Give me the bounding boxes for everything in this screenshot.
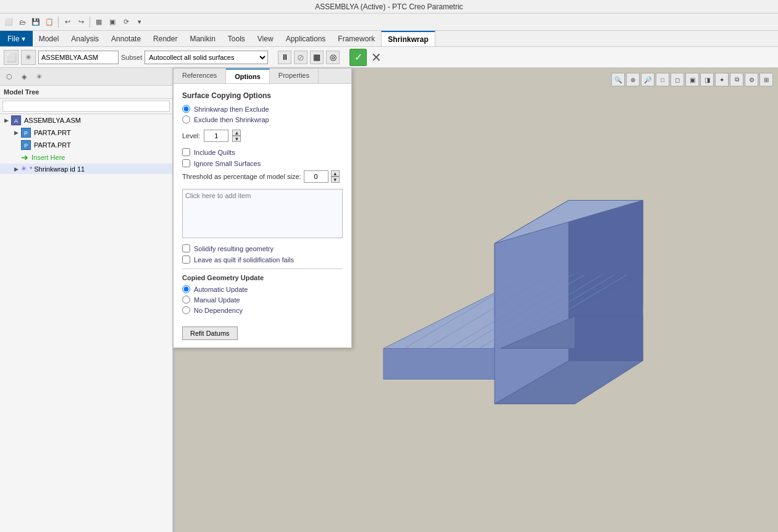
save-icon[interactable]: 💾: [30, 16, 42, 28]
zoom-out-button[interactable]: 🔎: [641, 73, 655, 86]
ok-button[interactable]: ✓: [349, 49, 367, 66]
level-down[interactable]: ▼: [232, 136, 241, 142]
ignore-small-surfaces-row[interactable]: Ignore Small Surfaces: [182, 159, 343, 167]
level-input[interactable]: [204, 130, 228, 142]
threshold-input[interactable]: [304, 170, 328, 183]
grid-view-button[interactable]: ▦: [310, 51, 324, 64]
solidify-row[interactable]: Solidify resulting geometry: [182, 244, 343, 252]
cancel-circle-button[interactable]: ⊘: [294, 51, 307, 64]
options-content: Surface Copying Options Shrinkwrap then …: [174, 84, 351, 347]
threshold-down[interactable]: ▼: [331, 177, 340, 183]
tree-tool-2[interactable]: ◈: [17, 70, 31, 83]
sec-icon2[interactable]: ✳: [21, 50, 36, 65]
separator2: [90, 17, 90, 28]
radio-auto-update[interactable]: Automatic Update: [182, 285, 343, 293]
view-wire-button[interactable]: ▣: [685, 73, 699, 86]
pause-button[interactable]: ⏸: [278, 51, 291, 64]
refresh-icon[interactable]: ⟳: [120, 16, 132, 28]
threshold-up[interactable]: ▲: [331, 170, 340, 177]
level-up[interactable]: ▲: [232, 130, 241, 136]
tree-tool-3[interactable]: ✳: [32, 70, 46, 83]
cgu-radio-group: Automatic Update Manual Update No Depend…: [182, 285, 343, 314]
radio-shrinkwrap-input[interactable]: [182, 105, 190, 113]
settings3-button[interactable]: ⚙: [745, 73, 758, 86]
grid2-icon[interactable]: ▣: [106, 16, 119, 28]
tree-item-assemblya[interactable]: ▶ A ASSEMBLYA.ASM: [0, 114, 172, 127]
left-panel: ⬡ ◈ ✳ Model Tree ▶ A ASSEMBLYA.ASM ▶ P P…: [0, 68, 173, 532]
refit-datums-button[interactable]: Refit Datums: [182, 326, 238, 340]
menu-shrinkwrap[interactable]: Shrinkwrap: [381, 31, 435, 46]
solidify-checkbox[interactable]: [182, 244, 190, 252]
include-quilts-row[interactable]: Include Quilts: [182, 148, 343, 156]
leave-as-quilt-checkbox[interactable]: [182, 256, 190, 264]
app-title: ASSEMBLYA (Active) - PTC Creo Parametric: [315, 2, 463, 11]
radio-auto-input[interactable]: [182, 285, 190, 293]
view-shaded-button[interactable]: ◻: [671, 73, 684, 86]
settings2-button[interactable]: ⧉: [730, 73, 743, 86]
tree-label-parta1: PARTA.PRT: [34, 129, 71, 136]
radio-no-dependency[interactable]: No Dependency: [182, 306, 343, 314]
circle-view-button[interactable]: ◎: [326, 51, 340, 64]
tree-item-shrinkwrap[interactable]: ▶ ✳ * Shrinkwrap id 11: [0, 164, 172, 174]
new-icon[interactable]: ⬜: [2, 16, 15, 28]
tree-search-input[interactable]: [2, 101, 170, 112]
tree-item-parta2[interactable]: ▶ P PARTA.PRT: [0, 139, 172, 151]
tab-references[interactable]: References: [174, 69, 226, 83]
radio-exclude-shrinkwrap[interactable]: Exclude then Shrinkwrap: [182, 115, 343, 123]
separator1: [58, 17, 59, 28]
viewport-toolbar: 🔍 ⊕ 🔎 □ ◻ ▣ ◨ ✦ ⧉ ⚙ ⊞: [611, 73, 773, 86]
expand-icon5: ▶: [12, 166, 20, 172]
zoom-in-button[interactable]: 🔍: [611, 73, 625, 86]
menu-model[interactable]: Model: [33, 31, 65, 46]
undo-icon[interactable]: ↩: [61, 16, 73, 28]
view-hidden-button[interactable]: ◨: [700, 73, 714, 86]
settings1-button[interactable]: ✦: [715, 73, 729, 86]
menu-manikin[interactable]: Manikin: [183, 31, 221, 46]
expand-icon2: ▶: [12, 130, 20, 136]
tree-item-parta1[interactable]: ▶ P PARTA.PRT: [0, 127, 172, 139]
settings4-button[interactable]: ⊞: [759, 73, 773, 86]
menu-bar: File ▾ Model Analysis Annotate Render Ma…: [0, 31, 778, 47]
model-tree-title: Model Tree: [0, 86, 172, 99]
radio-nodep-input[interactable]: [182, 306, 190, 314]
menu-view[interactable]: View: [251, 31, 280, 46]
radio-shrinkwrap-label: Shrinkwrap then Exclude: [194, 106, 269, 113]
tree-item-insert[interactable]: ▶ ➜ Insert Here: [0, 151, 172, 164]
tab-properties[interactable]: Properties: [270, 69, 319, 83]
sec-icon1[interactable]: ⬜: [4, 50, 19, 65]
leave-as-quilt-row[interactable]: Leave as quilt if solidification fails: [182, 256, 343, 264]
radio-manual-input[interactable]: [182, 296, 190, 304]
ignore-small-surfaces-checkbox[interactable]: [182, 159, 190, 167]
menu-framework[interactable]: Framework: [332, 31, 381, 46]
zoom-fit-button[interactable]: ⊕: [626, 73, 640, 86]
shrink-star: *: [30, 165, 32, 173]
grid1-icon[interactable]: ▦: [93, 16, 105, 28]
radio-shrinkwrap-exclude[interactable]: Shrinkwrap then Exclude: [182, 105, 343, 113]
menu-render[interactable]: Render: [147, 31, 183, 46]
menu-applications[interactable]: Applications: [280, 31, 332, 46]
include-quilts-checkbox[interactable]: [182, 148, 190, 156]
tree-label-parta2: PARTA.PRT: [34, 141, 71, 149]
secondary-toolbar: ⬜ ✳ Subset Autocollect all solid surface…: [0, 47, 778, 68]
menu-file[interactable]: File ▾: [0, 31, 33, 46]
assembly-name-input[interactable]: [38, 51, 119, 64]
menu-analysis[interactable]: Analysis: [65, 31, 105, 46]
redo-icon[interactable]: ↪: [75, 16, 87, 28]
svg-marker-23: [575, 317, 643, 361]
view-front-button[interactable]: □: [656, 73, 669, 86]
tab-options[interactable]: Options: [226, 69, 270, 83]
menu-annotate[interactable]: Annotate: [105, 31, 147, 46]
radio-exclude-label: Exclude then Shrinkwrap: [194, 116, 269, 123]
dropdown-icon[interactable]: ▾: [133, 16, 146, 28]
radio-exclude-input[interactable]: [182, 115, 190, 123]
item-listbox[interactable]: Click here to add item: [182, 189, 343, 238]
close-button[interactable]: ✕: [369, 51, 383, 64]
save2-icon[interactable]: 📋: [43, 16, 56, 28]
shrink-icon: ✳: [21, 165, 27, 173]
menu-tools[interactable]: Tools: [222, 31, 251, 46]
subset-select[interactable]: Autocollect all solid surfaces Selected …: [144, 51, 268, 64]
open-icon[interactable]: 🗁: [16, 16, 28, 28]
tree-tool-1[interactable]: ⬡: [2, 70, 16, 83]
radio-manual-update[interactable]: Manual Update: [182, 296, 343, 304]
surface-radio-group: Shrinkwrap then Exclude Exclude then Shr…: [182, 105, 343, 123]
